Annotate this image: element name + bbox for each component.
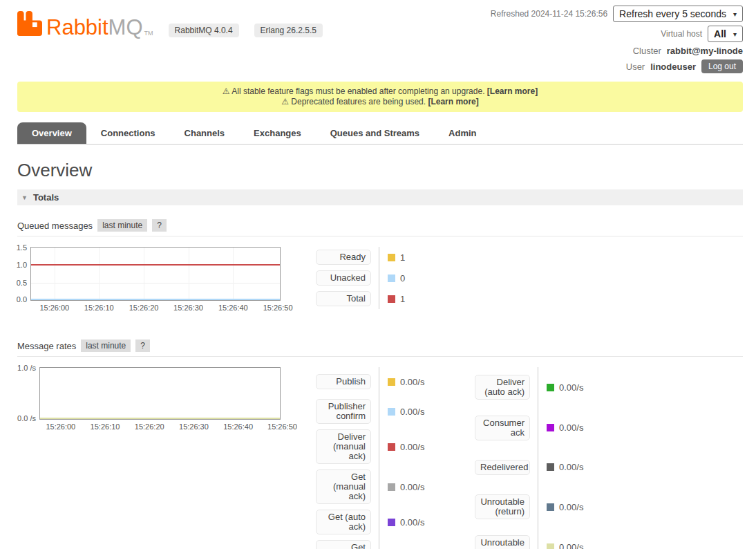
message-rates-section: Message rates last minute ? 1.0 /s 0.0 /… [17,339,743,549]
rabbitmq-logo[interactable]: Rabbit MQ TM [17,11,153,38]
queued-messages-title: Queued messages [17,221,93,231]
legend-label-publisher-confirm[interactable]: Publisher confirm [316,399,371,424]
publisher-confirm-rate: 0.00/s [400,407,424,417]
get-auto-ack-rate: 0.00/s [400,517,424,528]
x-axis-tick: 15:26:00 [46,422,75,431]
zero-rate-series-line [40,418,280,419]
deliver-manual-ack-rate: 0.00/s [400,442,424,452]
message-rates-heading: Message rates last minute ? [17,339,743,357]
legend-label-get-auto-ack[interactable]: Get (auto ack) [316,510,371,534]
page-title: Overview [17,160,743,181]
legend-label-deliver-auto-ack[interactable]: Deliver (auto ack) [475,375,530,400]
chevron-down-icon: ▾ [733,30,737,38]
x-axis-tick: 15:26:00 [39,304,69,312]
refresh-interval-select[interactable]: Refresh every 5 seconds ▾ [613,6,743,22]
rates-legend-left: Publish 0.00/s Publisher confirm 0.00/s … [308,367,454,549]
y-axis-tick: 1.5 [17,243,27,252]
rates-period-badge[interactable]: last minute [81,339,131,352]
deliver-manual-ack-color-swatch [388,443,395,451]
cluster-name: rabbit@my-linode [667,46,743,56]
y-axis-tick: 1.0 [17,261,27,269]
legend-label-ready[interactable]: Ready [316,250,371,265]
chevron-down-icon: ▾ [733,10,737,18]
gridline [144,248,144,300]
legend-label-unacked[interactable]: Unacked [316,270,371,286]
x-axis-tick: 15:26:10 [91,422,120,431]
legend-label-total[interactable]: Total [316,291,371,306]
legend-label-unroutable-drop[interactable]: Unroutable (drop) [475,535,530,549]
consumer-ack-color-swatch [547,424,554,431]
redelivered-color-swatch [547,463,554,471]
warning-line-1: ⚠ All stable feature flags must be enabl… [24,86,736,97]
totals-section-toggle[interactable]: ▼ Totals [17,189,743,205]
rabbitmq-rabbit-icon [17,11,46,38]
publisher-confirm-color-swatch [388,408,395,416]
y-axis-tick: 0.0 /s [17,414,36,422]
tab-channels[interactable]: Channels [170,122,240,144]
learn-more-link-1[interactable]: [Learn more] [487,86,538,96]
legend-label-redelivered[interactable]: Redelivered [475,460,530,475]
totals-label: Totals [33,192,59,203]
tab-queues-and-streams[interactable]: Queues and Streams [316,122,434,144]
redelivered-rate: 0.00/s [559,462,583,472]
x-axis-tick: 15:26:10 [84,304,114,312]
warning-icon: ⚠ [281,97,289,106]
unacked-series-line [31,299,280,300]
brand-tm: TM [144,28,153,38]
unacked-color-swatch [388,274,395,282]
header: Rabbit MQ TM RabbitMQ 4.0.4 Erlang 26.2.… [17,6,743,73]
deliver-auto-ack-color-swatch [547,384,554,391]
brand-mq: MQ [108,17,143,38]
get-manual-ack-color-swatch [388,483,395,491]
publish-rate: 0.00/s [400,377,424,387]
tab-overview[interactable]: Overview [17,122,86,144]
logout-button[interactable]: Log out [701,59,743,73]
gridline [189,248,189,300]
virtual-host-label: Virtual host [661,29,702,39]
queued-period-badge[interactable]: last minute [97,219,147,232]
queued-messages-legend: Ready 1 Unacked 0 Total 1 [308,247,454,309]
user-label: User [626,62,645,72]
x-axis-tick: 15:26:40 [218,304,248,312]
tab-exchanges[interactable]: Exchanges [239,122,316,144]
tab-connections[interactable]: Connections [86,122,170,144]
gridline [31,283,280,283]
unroutable-drop-color-swatch [547,543,554,549]
legend-label-consumer-ack[interactable]: Consumer ack [475,416,530,440]
ready-value: 1 [400,252,405,263]
unroutable-return-rate: 0.00/s [559,502,583,512]
total-color-swatch [388,295,395,303]
x-axis-tick: 15:26:20 [135,422,164,431]
y-axis-tick: 0.0 [17,295,27,304]
warning-text-1: All stable feature flags must be enabled… [231,86,484,96]
total-series-line [31,264,280,266]
cluster-label: Cluster [633,46,661,56]
queued-messages-heading: Queued messages last minute ? [17,219,743,236]
unroutable-return-color-swatch [547,503,554,511]
queued-help-icon[interactable]: ? [152,219,167,232]
y-axis-tick: 1.0 /s [17,364,36,372]
unroutable-drop-rate: 0.00/s [559,542,583,549]
get-manual-ack-rate: 0.00/s [400,482,424,492]
rates-legend-right: Deliver (auto ack) 0.00/s Consumer ack 0… [466,367,613,549]
queued-messages-chart: 1.5 1.0 0.5 0.0 15:26:00 15:2 [30,247,281,301]
virtual-host-select[interactable]: All ▾ [708,26,743,42]
rates-help-icon[interactable]: ? [135,339,150,352]
main-tabs: Overview Connections Channels Exchanges … [17,122,743,145]
refresh-interval-value: Refresh every 5 seconds [619,8,726,19]
tab-admin[interactable]: Admin [434,122,491,144]
legend-label-get-manual-ack[interactable]: Get (manual ack) [316,469,371,504]
virtual-host-value: All [714,28,726,39]
legend-label-deliver-manual-ack[interactable]: Deliver (manual ack) [316,429,371,464]
legend-label-get-empty[interactable]: Get (empty) [316,540,371,549]
refreshed-timestamp: Refreshed 2024-11-24 15:26:56 [491,9,607,19]
y-axis-tick: 0.5 [17,279,27,287]
legend-label-publish[interactable]: Publish [316,374,371,389]
learn-more-link-2[interactable]: [Learn more] [428,97,478,106]
x-axis-tick: 15:26:40 [223,422,253,431]
x-axis-tick: 15:26:50 [263,304,293,312]
x-axis-tick: 15:26:30 [173,304,203,312]
legend-label-unroutable-return[interactable]: Unroutable (return) [475,494,530,519]
rabbitmq-version-badge: RabbitMQ 4.0.4 [169,24,239,37]
collapse-triangle-icon: ▼ [21,194,28,201]
